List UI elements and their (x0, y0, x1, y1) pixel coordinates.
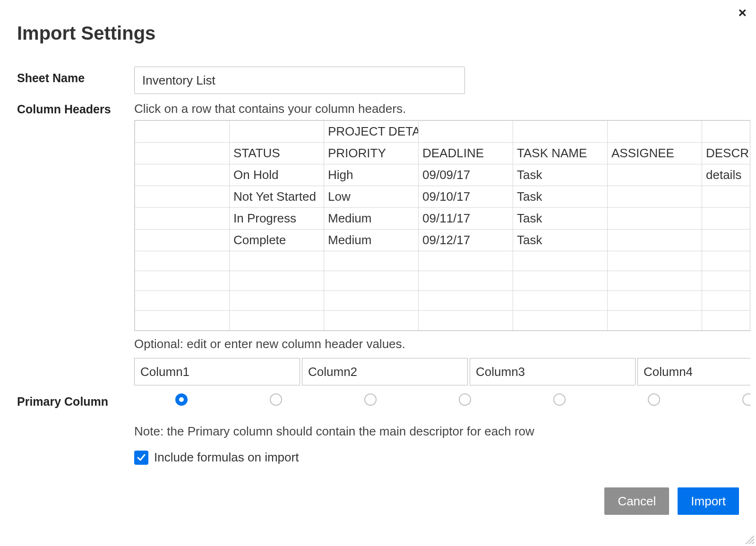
table-cell (608, 291, 702, 311)
table-cell (608, 164, 702, 186)
include-formulas-row: Include formulas on import (134, 450, 739, 465)
table-cell (608, 208, 702, 230)
primary-column-radio[interactable] (175, 393, 188, 406)
table-row[interactable]: PROJECT DETA (135, 121, 751, 143)
row-column-headers: Column Headers Click on a row that conta… (17, 98, 739, 385)
table-cell (702, 271, 751, 291)
table-cell (608, 251, 702, 271)
preview-grid[interactable]: PROJECT DETASTATUSPRIORITYDEADLINETASK N… (134, 120, 750, 331)
table-cell (513, 311, 608, 331)
column-header-input[interactable] (637, 358, 750, 385)
table-cell (608, 230, 702, 251)
table-cell (230, 311, 324, 331)
primary-column-radio-cell (229, 390, 323, 409)
table-cell (135, 164, 230, 186)
table-cell (419, 271, 513, 291)
table-cell (135, 208, 230, 230)
table-cell (419, 291, 513, 311)
primary-column-radios (134, 390, 750, 409)
column-header-input[interactable] (134, 358, 300, 385)
table-cell (419, 311, 513, 331)
primary-column-radio[interactable] (270, 393, 282, 406)
table-cell (608, 121, 702, 143)
resize-grip-icon[interactable] (744, 534, 754, 544)
sheet-name-input[interactable] (134, 67, 465, 94)
table-cell: ASSIGNEE (608, 143, 702, 164)
table-cell (513, 121, 608, 143)
table-cell (702, 230, 751, 251)
table-cell: DEADLINE (419, 143, 513, 164)
table-cell (608, 186, 702, 208)
sheet-name-label: Sheet Name (17, 67, 134, 85)
table-cell (135, 251, 230, 271)
table-row[interactable]: In ProgressMedium09/11/17Task (135, 208, 751, 230)
table-row[interactable]: STATUSPRIORITYDEADLINETASK NAMEASSIGNEED… (135, 143, 751, 164)
button-bar: Cancel Import (17, 487, 739, 515)
table-cell (230, 121, 324, 143)
table-cell: STATUS (230, 143, 324, 164)
import-button[interactable]: Import (678, 487, 739, 515)
table-cell (513, 271, 608, 291)
table-cell: Complete (230, 230, 324, 251)
table-cell: 09/12/17 (419, 230, 513, 251)
table-row[interactable] (135, 251, 751, 271)
primary-column-radio[interactable] (459, 393, 471, 406)
table-cell (702, 121, 751, 143)
table-cell: DESCR (702, 143, 751, 164)
table-cell (135, 271, 230, 291)
primary-column-radio[interactable] (648, 393, 660, 406)
table-cell: TASK NAME (513, 143, 608, 164)
table-cell (324, 311, 419, 331)
table-cell: details (702, 164, 751, 186)
row-sheet-name: Sheet Name (17, 67, 739, 94)
close-icon[interactable]: × (738, 6, 747, 20)
dialog-title: Import Settings (17, 23, 739, 44)
table-row[interactable]: CompleteMedium09/12/17Task (135, 230, 751, 251)
primary-column-radio[interactable] (553, 393, 566, 406)
column-headers-label: Column Headers (17, 98, 134, 116)
table-row[interactable]: On HoldHigh09/09/17Taskdetails (135, 164, 751, 186)
table-row[interactable] (135, 311, 751, 331)
table-cell (702, 186, 751, 208)
table-cell (608, 271, 702, 291)
table-cell (702, 291, 751, 311)
column-header-input[interactable] (470, 358, 636, 385)
table-cell (135, 291, 230, 311)
table-cell: PRIORITY (324, 143, 419, 164)
table-cell: On Hold (230, 164, 324, 186)
table-cell: In Progress (230, 208, 324, 230)
cancel-button[interactable]: Cancel (604, 487, 669, 515)
table-cell: Medium (324, 230, 419, 251)
table-cell (135, 186, 230, 208)
table-cell: Task (513, 186, 608, 208)
table-cell: PROJECT DETA (324, 121, 419, 143)
table-row[interactable] (135, 271, 751, 291)
table-cell: Task (513, 230, 608, 251)
table-cell (324, 251, 419, 271)
primary-column-radio-cell (701, 390, 750, 409)
import-settings-dialog: × Import Settings Sheet Name Column Head… (0, 0, 756, 546)
primary-column-radio-cell (418, 390, 512, 409)
table-cell (513, 251, 608, 271)
table-cell (135, 143, 230, 164)
table-cell: Not Yet Started (230, 186, 324, 208)
table-row[interactable]: Not Yet StartedLow09/10/17Task (135, 186, 751, 208)
primary-column-radio[interactable] (742, 393, 750, 406)
table-cell (513, 291, 608, 311)
table-cell (135, 311, 230, 331)
edit-helper-text: Optional: edit or enter new column heade… (134, 337, 739, 351)
primary-column-note: Note: the Primary column should contain … (134, 424, 739, 439)
table-row[interactable] (135, 291, 751, 311)
include-formulas-checkbox[interactable] (134, 451, 148, 465)
include-formulas-label: Include formulas on import (154, 450, 299, 465)
column-header-input[interactable] (302, 358, 468, 385)
headers-helper-text: Click on a row that contains your column… (134, 102, 739, 116)
primary-column-radio[interactable] (364, 393, 377, 406)
table-cell: Low (324, 186, 419, 208)
primary-column-radio-cell (512, 390, 607, 409)
table-cell (230, 251, 324, 271)
primary-column-radio-cell (607, 390, 701, 409)
column-header-inputs (134, 358, 750, 385)
table-cell (608, 311, 702, 331)
primary-column-label: Primary Column (17, 390, 134, 409)
